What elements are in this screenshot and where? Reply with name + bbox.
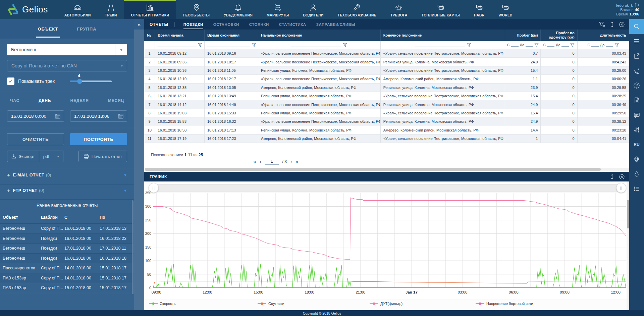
period-tab-день[interactable]: ДЕНЬ [39, 98, 51, 105]
filter-cell-6[interactable]: СДо [505, 41, 541, 49]
table-row[interactable]: 816.01.2018 15:0316.01.2018 15:33Репинск… [144, 109, 629, 117]
report-tab-5[interactable]: ЗАПРАВКИ/СЛИВЫ [316, 20, 355, 29]
globe-icon[interactable] [629, 152, 644, 167]
table-row[interactable]: 416.01.2018 12:1016.01.2018 12:17«Урал»,… [144, 75, 629, 83]
droplet-icon[interactable] [629, 167, 644, 181]
filter-icon[interactable] [467, 43, 471, 47]
show-track-checkbox[interactable]: ✓ [7, 77, 14, 85]
satellite-icon[interactable] [629, 63, 644, 78]
nav-item-2[interactable]: ТРЕКИ [98, 0, 124, 19]
history-row[interactable]: БетономешПоездки16.01.2018 0016.01.2018 … [0, 254, 134, 264]
filter-icon[interactable] [614, 43, 619, 47]
history-row[interactable]: БетономешCopy of П...16.01.2018 0017.01.… [0, 224, 134, 234]
report-tab-2[interactable]: ОСТАНОВКИ [213, 20, 239, 29]
legend-item-2[interactable]: Спутники [258, 302, 284, 306]
calendar-icon[interactable] [55, 113, 64, 119]
column-header-4[interactable]: Начальное положение [258, 30, 381, 41]
menu-icon[interactable] [629, 34, 644, 49]
template-select[interactable]: Copy of Полный отчет по CAN ▾ [7, 60, 127, 71]
date-from-input[interactable]: 16.01.2018 00:00 [7, 110, 64, 122]
table-row[interactable]: 916.01.2018 15:5316.01.2018 16:32«Урал»,… [144, 117, 629, 126]
horizontal-scrollbar[interactable] [144, 168, 629, 171]
history-row[interactable]: ПассажиропотокCopy of П...14.01.2018 001… [0, 263, 134, 273]
table-row[interactable]: 716.01.2018 14:1216.01.2018 14:49«Урал»,… [144, 100, 629, 109]
table-row[interactable]: 116.01.2018 09:1216.01.2018 09:16«Урал»,… [144, 49, 629, 58]
close-graph-icon[interactable] [619, 174, 625, 179]
nav-item-1[interactable]: АВТОМОБИЛИ [57, 0, 98, 19]
period-tab-неделя[interactable]: НЕДЕЛЯ [70, 98, 89, 105]
calendar-icon[interactable] [118, 113, 127, 119]
nav-item-9[interactable]: ТРЕВОГА [383, 0, 415, 19]
report-tab-1[interactable]: ПОЕЗДКИ [183, 20, 203, 29]
vertical-scrollbar[interactable] [627, 181, 629, 310]
tab-group[interactable]: ГРУППА [76, 20, 98, 38]
page-number-input[interactable]: 1 [265, 159, 279, 165]
nav-item-3[interactable]: ОТЧЕТЫ И ГРАФИКИ [124, 0, 176, 19]
filter-icon[interactable] [570, 43, 575, 47]
nav-item-11[interactable]: HABR [467, 0, 492, 19]
prev-page-button[interactable]: ‹ [260, 159, 261, 165]
table-row[interactable]: 216.01.2018 09:3616.01.2018 10:17«Урал»,… [144, 58, 629, 66]
email-report-accordion[interactable]: + E-MAIL ОТЧЁТ (0) ▼ [0, 169, 134, 181]
filter-cell-3[interactable] [205, 41, 258, 49]
next-page-button[interactable]: › [290, 159, 292, 165]
resize-panel-icon[interactable] [610, 22, 614, 27]
table-row[interactable]: 616.01.2018 13:2116.01.2018 13:49Репинск… [144, 92, 629, 100]
nav-item-8[interactable]: ТЕХОБСЛУЖИВАНИЕ [331, 0, 383, 19]
history-row[interactable]: ПАЗ о153врCopy of П...15.01.2018 0015.01… [0, 283, 134, 293]
filter-icon[interactable] [252, 43, 256, 47]
export-button[interactable]: Экспорт [7, 151, 39, 162]
report-tab-4[interactable]: СТАТИСТИКА [279, 20, 306, 29]
username[interactable]: fedoruk_k [616, 3, 633, 7]
first-page-button[interactable]: « [253, 159, 256, 165]
filter-cell-4[interactable] [258, 41, 381, 49]
column-header-8[interactable]: Длительность [578, 30, 629, 41]
column-header-3[interactable]: Время окончания [205, 30, 258, 41]
help-icon[interactable] [629, 78, 644, 93]
close-panel-icon[interactable] [619, 22, 625, 27]
export-format-select[interactable]: pdf ▾ [39, 151, 63, 162]
nav-item-7[interactable]: ВОДИТЕЛИ [296, 0, 330, 19]
search-icon[interactable] [629, 19, 644, 34]
sliders-icon[interactable] [629, 122, 644, 137]
table-row[interactable]: 1016.01.2018 16:5016.01.2018 17:13Репинс… [144, 126, 629, 135]
logout-icon[interactable] [635, 3, 639, 7]
table-row[interactable]: 316.01.2018 10:3616.01.2018 11:05Репинск… [144, 66, 629, 75]
filter-cell-8[interactable]: СДо [578, 41, 629, 49]
line-chart[interactable]: 05010015020025030035009:0012:0015:0018:0… [144, 181, 629, 299]
legend-item-1[interactable]: Скорость [149, 302, 176, 306]
resize-graph-icon[interactable] [610, 174, 614, 179]
column-header-2[interactable]: Время начала [155, 30, 205, 41]
date-to-input[interactable]: 17.01.2018 13:06 [70, 110, 127, 122]
filter-cell-2[interactable] [155, 41, 205, 49]
hscroll-thumb[interactable] [145, 168, 601, 171]
history-row[interactable]: БетономешПоездки16.01.2018 0016.01.2018 … [0, 234, 134, 244]
nav-item-12[interactable]: WORLD [491, 0, 519, 19]
language-switch-ru[interactable]: RU [629, 137, 644, 152]
history-row[interactable]: БетономешПоездки17.01.2018 0017.01.2018 … [0, 244, 134, 254]
period-tab-месяц[interactable]: МЕСЯЦ [108, 98, 124, 105]
column-header-7[interactable]: Пробег по одометру (км) [541, 30, 577, 41]
expand-icon[interactable] [629, 49, 644, 63]
clear-button[interactable]: ОЧИСТИТЬ [7, 133, 64, 145]
print-report-button[interactable]: Печатать отчет [78, 151, 127, 162]
clear-filter-icon[interactable] [599, 22, 605, 27]
filter-icon[interactable] [198, 43, 202, 47]
tab-object[interactable]: ОБЪЕКТ [36, 20, 59, 38]
list-icon[interactable] [629, 181, 644, 196]
vscroll-thumb[interactable] [627, 200, 629, 228]
sidebar-scrollbar[interactable] [132, 200, 133, 294]
slider-thumb[interactable] [77, 79, 82, 84]
ftp-report-accordion[interactable]: + FTP ОТЧЕТ (0) ▼ [0, 185, 134, 196]
track-width-slider[interactable]: 4 [70, 81, 112, 82]
build-button[interactable]: ПОСТРОИТЬ [70, 133, 127, 145]
filter-icon[interactable] [343, 43, 347, 47]
filter-cell-1[interactable] [144, 41, 155, 49]
period-tab-час[interactable]: ЧАС [10, 98, 19, 105]
filter-cell-5[interactable] [381, 41, 505, 49]
last-page-button[interactable]: » [295, 159, 298, 165]
object-select[interactable]: Бетономеш ▾ [7, 44, 127, 55]
collapse-panel-button[interactable]: « [134, 19, 144, 30]
column-header-5[interactable]: Конечное положение [381, 30, 505, 41]
history-row[interactable]: ПАЗ о153врCopy of П...14.01.2018 0015.01… [0, 273, 134, 283]
